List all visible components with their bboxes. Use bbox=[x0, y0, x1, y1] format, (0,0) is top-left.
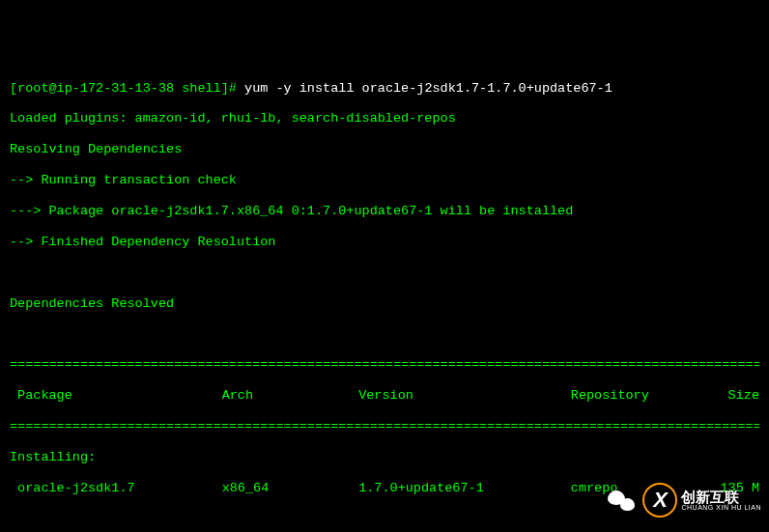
watermark: X 创新互联 CHUANG XIN HU LIAN bbox=[608, 483, 761, 518]
blank-line bbox=[10, 266, 759, 281]
col-version-header: Version bbox=[358, 388, 571, 404]
logo-text: 创新互联 CHUANG XIN HU LIAN bbox=[681, 490, 761, 511]
shell-prompt-line: [root@ip-172-31-13-38 shell]# yum -y ins… bbox=[10, 81, 759, 97]
col-size-header: Size bbox=[712, 388, 759, 404]
output-line: Loaded plugins: amazon-id, rhui-lb, sear… bbox=[10, 111, 759, 126]
output-line: Dependencies Resolved bbox=[10, 296, 759, 312]
logo-icon: X bbox=[642, 483, 677, 518]
table-divider: ========================================… bbox=[10, 357, 759, 373]
cell-version: 1.7.0+update67-1 bbox=[358, 481, 571, 496]
installing-label: Installing: bbox=[10, 450, 759, 465]
logo-en-text: CHUANG XIN HU LIAN bbox=[681, 504, 761, 511]
col-repo-header: Repository bbox=[571, 388, 712, 404]
table-divider: ========================================… bbox=[10, 419, 759, 434]
output-line: --> Running transaction check bbox=[10, 173, 759, 188]
wechat-icon bbox=[608, 489, 635, 512]
logo-x-letter: X bbox=[653, 488, 668, 513]
cell-arch: x86_64 bbox=[222, 481, 359, 496]
logo-cn-text: 创新互联 bbox=[681, 490, 761, 504]
logo-container: X 创新互联 CHUANG XIN HU LIAN bbox=[642, 483, 761, 518]
command-text: yum -y install oracle-j2sdk1.7-1.7.0+upd… bbox=[244, 81, 612, 96]
col-arch-header: Arch bbox=[222, 388, 359, 404]
output-line: Resolving Dependencies bbox=[10, 142, 759, 157]
blank-line bbox=[10, 326, 759, 342]
cell-package: oracle-j2sdk1.7 bbox=[10, 481, 222, 496]
output-line: ---> Package oracle-j2sdk1.7.x86_64 0:1.… bbox=[10, 204, 759, 219]
col-package-header: Package bbox=[10, 388, 222, 404]
table-header-row: PackageArchVersionRepositorySize bbox=[10, 388, 759, 404]
shell-prompt: [root@ip-172-31-13-38 shell]# bbox=[10, 81, 237, 96]
terminal-output: [root@ip-172-31-13-38 shell]# yum -y ins… bbox=[10, 66, 759, 532]
output-line: --> Finished Dependency Resolution bbox=[10, 235, 759, 250]
